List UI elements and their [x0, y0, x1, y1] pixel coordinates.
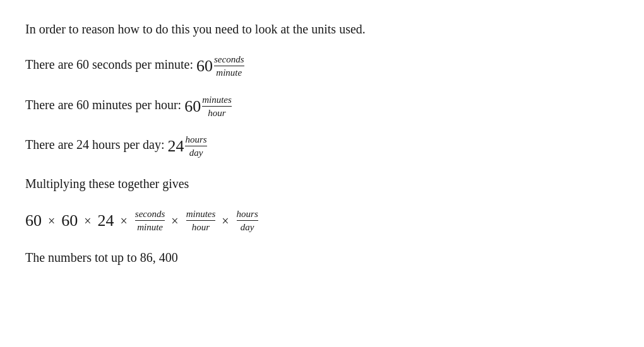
- line3-paragraph: There are 24 hours per day: 24 hours day: [25, 133, 619, 160]
- math-num1: 60: [25, 208, 42, 234]
- times2: ×: [84, 211, 91, 231]
- intro-text: In order to reason how to do this you ne…: [25, 22, 366, 36]
- line2-expression: 60 minutes hour: [184, 93, 232, 120]
- math-frac3-den: day: [241, 221, 254, 233]
- math-frac2-den: hour: [192, 221, 210, 233]
- line3-expression: 24 hours day: [167, 133, 206, 160]
- math-fraction1: seconds minute: [135, 208, 165, 233]
- result-paragraph: The numbers tot up to 86, 400: [25, 247, 619, 268]
- line3-number: 24: [167, 137, 184, 155]
- line3-denominator: day: [189, 146, 203, 158]
- math-frac1-den: minute: [137, 221, 163, 233]
- math-fraction2: minutes hour: [186, 208, 216, 233]
- math-num3: 24: [98, 208, 114, 234]
- math-fraction3: hours day: [237, 208, 258, 233]
- math-frac2-num: minutes: [186, 208, 216, 221]
- line1-paragraph: There are 60 seconds per minute: 60 seco…: [25, 53, 619, 79]
- line2-denominator: hour: [208, 107, 225, 119]
- line3-numerator: hours: [185, 134, 206, 146]
- line1-fraction: seconds minute: [214, 54, 244, 78]
- line3-fraction: hours day: [185, 134, 206, 158]
- line2-text: There are 60 minutes per hour:: [25, 98, 181, 112]
- times3: ×: [121, 211, 128, 231]
- math-frac1-num: seconds: [135, 208, 165, 221]
- intro-paragraph: In order to reason how to do this you ne…: [25, 19, 619, 39]
- math-expression: 60 × 60 × 24 × seconds minute × minutes …: [25, 208, 619, 234]
- result-text: The numbers tot up to 86, 400: [25, 250, 178, 264]
- line1-expression: 60 seconds minute: [196, 53, 244, 79]
- line2-paragraph: There are 60 minutes per hour: 60 minute…: [25, 93, 619, 120]
- line1-number: 60: [196, 57, 213, 75]
- multiplying-paragraph: Multiplying these together gives: [25, 174, 619, 194]
- line2-fraction: minutes hour: [202, 94, 232, 119]
- line3-text: There are 24 hours per day:: [25, 138, 164, 152]
- times4: ×: [171, 211, 178, 231]
- line1-numerator: seconds: [214, 54, 244, 66]
- times5: ×: [222, 211, 229, 231]
- line1-text: There are 60 seconds per minute:: [25, 57, 193, 71]
- line2-number: 60: [184, 97, 201, 115]
- line2-numerator: minutes: [202, 94, 232, 107]
- line1-denominator: minute: [216, 66, 242, 78]
- math-frac3-num: hours: [237, 208, 258, 221]
- times1: ×: [48, 211, 55, 231]
- main-content: In order to reason how to do this you ne…: [25, 19, 619, 281]
- multiplying-text: Multiplying these together gives: [25, 177, 189, 191]
- math-num2: 60: [61, 208, 78, 234]
